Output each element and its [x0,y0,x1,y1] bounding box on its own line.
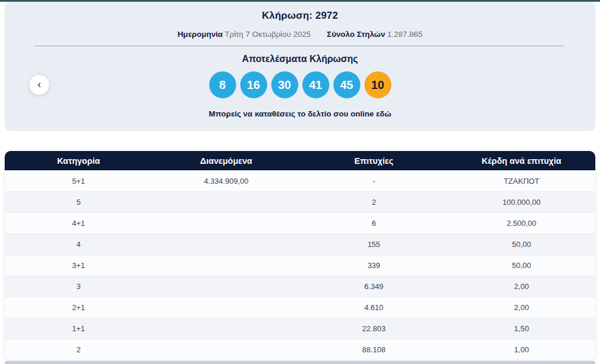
column-header: Κέρδη ανά επιτυχία [448,156,595,166]
submit-ticket-online-link[interactable]: Μπορείς να καταθέσεις το δελτίο σου onli… [5,109,595,118]
next-section-edge [5,361,595,364]
cell-prize: 2,00 [448,303,595,312]
winning-numbers-row: 81630414510 [5,71,595,98]
table-row: 2+14.6102,00 [5,297,595,318]
column-header: Επιτυχίες [300,156,448,166]
table-header-row: ΚατηγορίαΔιανεμόμεναΕπιτυχίεςΚέρδη ανά ε… [5,151,595,170]
cell-distributed: 4.334.909,00 [152,177,300,186]
table-row: 415550,00 [5,233,595,255]
cell-winners: 88.108 [300,345,448,354]
chevron-left-icon: ‹ [38,79,41,90]
cell-category: 3 [5,282,152,291]
table-row: 52100.000,00 [5,191,595,212]
column-header: Διανεμόμενα [152,156,300,166]
winning-number-ball: 8 [209,71,236,98]
cell-category: 1+1 [5,324,152,333]
cell-winners: 22.803 [300,324,448,333]
table-row: 1+122.8031,50 [5,318,595,339]
cell-category: 4 [5,240,152,249]
cell-prize: 50,00 [448,240,595,249]
winning-number-ball: 16 [240,71,267,98]
cell-category: 2 [5,345,152,354]
header-divider [35,46,564,46]
results-title: Αποτελέσματα Κλήρωσης [5,54,595,64]
cell-prize: 2,00 [448,282,595,291]
cell-prize: 1,50 [448,324,595,333]
table-row: 3+133950,00 [5,255,595,276]
table-row: 4+162.500,00 [5,212,595,233]
cell-winners: 155 [300,240,448,249]
prize-categories-table: ΚατηγορίαΔιανεμόμεναΕπιτυχίεςΚέρδη ανά ε… [5,151,595,360]
cell-category: 4+1 [5,219,152,228]
draw-title: Κλήρωση: 2972 [5,10,595,22]
winning-number-ball: 45 [333,71,360,98]
cell-prize: 2.500,00 [448,219,595,228]
cell-category: 5 [5,198,152,207]
total-columns-value: 1.287.865 [387,30,422,39]
column-header: Κατηγορία [5,156,152,166]
cell-winners: 6.349 [300,282,448,291]
cell-winners: 4.610 [300,303,448,312]
draw-meta-row: Ημερομηνία Τρίτη 7 Οκτωβρίου 2025 Σύνολο… [5,30,595,39]
table-body: 5+14.334.909,00-ΤΖΑΚΠΟΤ52100.000,004+162… [5,170,595,360]
date-label: Ημερομηνία [178,30,223,39]
winning-number-ball: 41 [302,71,329,98]
joker-number-ball: 10 [364,71,391,98]
cell-winners: - [300,177,448,186]
cell-prize: ΤΖΑΚΠΟΤ [448,177,595,186]
total-columns-label: Σύνολο Στηλών [327,30,385,39]
cell-category: 3+1 [5,261,152,270]
cell-prize: 100.000,00 [448,198,595,207]
previous-draw-button[interactable]: ‹ [29,75,49,95]
winning-number-ball: 30 [271,71,298,98]
date-value: Τρίτη 7 Οκτωβρίου 2025 [224,30,311,39]
cell-prize: 1,00 [448,345,595,354]
draw-summary-panel: Κλήρωση: 2972 Ημερομηνία Τρίτη 7 Οκτωβρί… [5,2,595,131]
cell-prize: 50,00 [448,261,595,270]
cell-winners: 339 [300,261,448,270]
table-row: 36.3492,00 [5,276,595,297]
table-row: 288.1081,00 [5,339,595,360]
cell-category: 2+1 [5,303,152,312]
cell-winners: 6 [300,219,448,228]
cell-category: 5+1 [5,177,152,186]
cell-winners: 2 [300,198,448,207]
table-row: 5+14.334.909,00-ΤΖΑΚΠΟΤ [5,170,595,191]
